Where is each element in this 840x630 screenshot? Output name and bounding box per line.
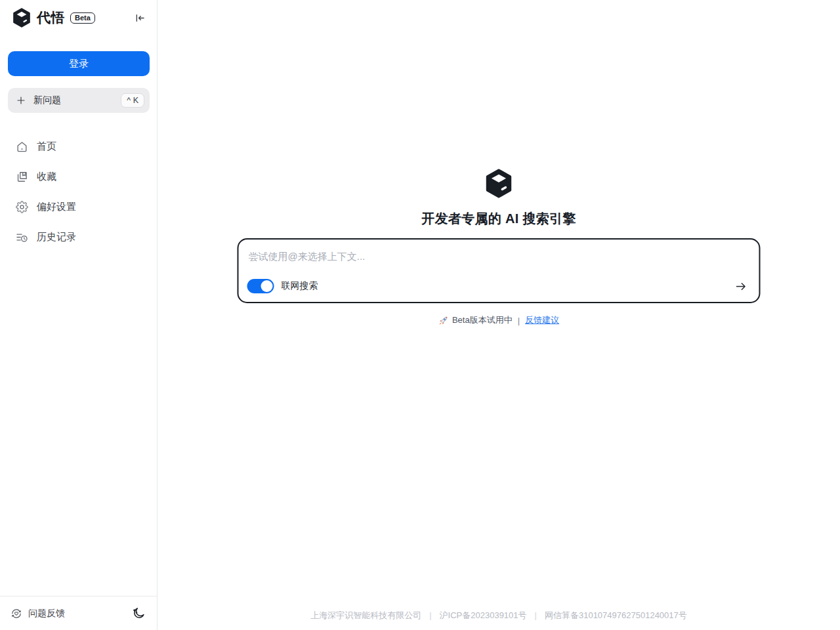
footer-separator: | <box>527 610 545 620</box>
sidebar-item-label: 历史记录 <box>37 231 76 243</box>
sidebar-item-preferences[interactable]: 偏好设置 <box>0 192 157 222</box>
sidebar-footer: 问题反馈 <box>0 596 158 630</box>
app-window: 代悟 Beta 登录 新问题 ^ K 首页 收藏 偏好设置 <box>0 0 840 630</box>
page-footer: 上海深宇识智能科技有限公司|沪ICP备2023039101号|网信算备31010… <box>158 610 840 621</box>
keyboard-shortcut-badge: ^ K <box>121 93 144 108</box>
login-button[interactable]: 登录 <box>8 51 150 76</box>
new-question-label: 新问题 <box>33 94 61 106</box>
cube-logo-icon <box>12 8 32 28</box>
sidebar-nav: 首页 收藏 偏好设置 历史记录 <box>0 131 157 252</box>
feedback-button[interactable]: 问题反馈 <box>10 608 65 620</box>
search-input[interactable] <box>249 248 749 264</box>
history-clock-icon <box>16 231 28 243</box>
search-card: 联网搜索 <box>238 238 761 303</box>
sidebar-item-label: 收藏 <box>37 171 56 183</box>
submit-search-button[interactable] <box>734 279 748 293</box>
web-search-label: 联网搜索 <box>282 280 318 292</box>
rocket-icon <box>438 316 448 326</box>
sidebar-item-history[interactable]: 历史记录 <box>0 222 157 252</box>
plus-icon <box>16 95 26 106</box>
brand-row: 代悟 Beta <box>0 5 157 30</box>
app-title: 代悟 <box>37 9 65 27</box>
sidebar-item-favorites[interactable]: 收藏 <box>0 161 157 192</box>
collapse-sidebar-icon <box>134 12 146 24</box>
feedback-label: 问题反馈 <box>28 608 65 620</box>
beta-badge: Beta <box>70 12 95 24</box>
home-icon <box>16 140 28 153</box>
main-content: 开发者专属的 AI 搜索引擎 联网搜索 Beta版本试用中 | 反馈建议 <box>158 0 840 630</box>
toggle-knob <box>261 280 273 292</box>
sidebar: 代悟 Beta 登录 新问题 ^ K 首页 收藏 偏好设置 <box>0 0 158 630</box>
theme-toggle-button[interactable] <box>130 605 147 622</box>
new-question-button[interactable]: 新问题 ^ K <box>8 88 150 113</box>
hero-cube-logo-icon <box>484 169 514 198</box>
sidebar-item-label: 首页 <box>37 140 56 153</box>
beta-separator: | <box>516 316 521 326</box>
feedback-suggestion-link[interactable]: 反馈建议 <box>525 314 559 326</box>
search-toolbar: 联网搜索 <box>247 278 748 294</box>
beta-notice: Beta版本试用中 | 反馈建议 <box>158 314 840 327</box>
icp-record: 沪ICP备2023039101号 <box>440 610 527 620</box>
company-name: 上海深宇识智能科技有限公司 <box>310 610 421 620</box>
page-title: 开发者专属的 AI 搜索引擎 <box>158 210 840 228</box>
moon-stars-icon <box>132 606 146 620</box>
heart-refresh-icon <box>10 608 22 620</box>
sidebar-item-home[interactable]: 首页 <box>0 131 157 161</box>
collapse-sidebar-button[interactable] <box>132 10 148 26</box>
footer-separator: | <box>421 610 439 620</box>
sidebar-item-label: 偏好设置 <box>37 201 76 213</box>
bookmark-icon <box>16 171 28 183</box>
gear-icon <box>16 201 28 213</box>
algorithm-record: 网信算备310107497627501240017号 <box>545 610 687 620</box>
web-search-toggle[interactable] <box>247 279 274 293</box>
arrow-right-icon <box>734 280 747 293</box>
beta-notice-text: Beta版本试用中 <box>452 314 513 326</box>
